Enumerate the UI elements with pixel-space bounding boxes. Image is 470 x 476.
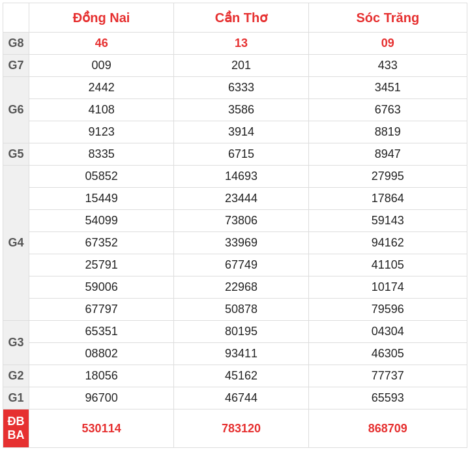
row-g4-4: 257916774941105 [3, 254, 467, 276]
lottery-results-table: Đồng Nai Cần Thơ Sóc Trăng G8461309G7009… [3, 3, 467, 448]
cell-g6-1-1: 3586 [174, 99, 308, 121]
cell-g7-2: 433 [308, 55, 467, 77]
cell-g4-1-2: 73806 [174, 210, 308, 232]
cell-g4-2-2: 59143 [308, 210, 467, 232]
row-g4-6: 677975087879596 [3, 299, 467, 321]
cell-g3-0-0: 65351 [29, 321, 174, 343]
cell-g2-1: 45162 [174, 365, 308, 387]
cell-g5-1: 6715 [174, 143, 308, 166]
label-g2: G2 [3, 365, 29, 387]
cell-g6-1-0: 6333 [174, 77, 308, 99]
cell-g4-0-4: 25791 [29, 254, 174, 276]
cell-g4-0-0: 05852 [29, 166, 174, 188]
cell-g4-0-6: 67797 [29, 299, 174, 321]
cell-g1-1: 46744 [174, 387, 308, 409]
cell-g3-2-0: 04304 [308, 321, 467, 343]
row-g4-3: 673523396994162 [3, 232, 467, 254]
cell-g6-2-1: 6763 [308, 99, 467, 121]
label-g8: G8 [3, 33, 29, 55]
cell-g4-2-4: 41105 [308, 254, 467, 276]
cell-g6-0-1: 4108 [29, 99, 174, 121]
cell-g6-2-2: 8819 [308, 121, 467, 143]
cell-g5-0: 8335 [29, 143, 174, 166]
row-g5: G5833567158947 [3, 143, 467, 166]
cell-g8-1: 13 [174, 33, 308, 55]
row-g8: G8461309 [3, 33, 467, 55]
row-g3-0: G3653518019504304 [3, 321, 467, 343]
cell-g4-2-0: 27995 [308, 166, 467, 188]
cell-g4-1-5: 22968 [174, 276, 308, 299]
cell-g3-0-1: 08802 [29, 343, 174, 365]
cell-g4-0-5: 59006 [29, 276, 174, 299]
cell-g6-0-2: 9123 [29, 121, 174, 143]
cell-g6-2-0: 3451 [308, 77, 467, 99]
cell-g4-1-3: 33969 [174, 232, 308, 254]
header-dong-nai: Đồng Nai [29, 3, 174, 33]
cell-g4-1-4: 67749 [174, 254, 308, 276]
cell-g6-0-0: 2442 [29, 77, 174, 99]
row-g1: G1967004674465593 [3, 387, 467, 409]
cell-g6-1-2: 3914 [174, 121, 308, 143]
label-special: ĐBBA [3, 409, 29, 448]
row-special: ĐBBA530114783120868709 [3, 409, 467, 448]
cell-g7-1: 201 [174, 55, 308, 77]
row-g4-5: 590062296810174 [3, 276, 467, 299]
label-header [3, 3, 29, 33]
row-g4-1: 154492344417864 [3, 188, 467, 210]
row-g6-0: G6244263333451 [3, 77, 467, 99]
row-g6-2: 912339148819 [3, 121, 467, 143]
header-soc-trang: Sóc Trăng [308, 3, 467, 33]
cell-g3-1-0: 80195 [174, 321, 308, 343]
cell-g2-2: 77737 [308, 365, 467, 387]
header-row: Đồng Nai Cần Thơ Sóc Trăng [3, 3, 467, 33]
cell-special-1: 783120 [174, 409, 308, 448]
label-g5: G5 [3, 143, 29, 166]
label-g1: G1 [3, 387, 29, 409]
cell-g4-1-0: 14693 [174, 166, 308, 188]
label-g6: G6 [3, 77, 29, 143]
cell-g5-2: 8947 [308, 143, 467, 166]
cell-g2-0: 18056 [29, 365, 174, 387]
cell-g4-2-3: 94162 [308, 232, 467, 254]
cell-g4-0-3: 67352 [29, 232, 174, 254]
cell-g4-0-1: 15449 [29, 188, 174, 210]
row-g4-0: G4058521469327995 [3, 166, 467, 188]
cell-g4-2-1: 17864 [308, 188, 467, 210]
row-g3-1: 088029341146305 [3, 343, 467, 365]
cell-g4-1-1: 23444 [174, 188, 308, 210]
cell-g3-2-1: 46305 [308, 343, 467, 365]
header-can-tho: Cần Thơ [174, 3, 308, 33]
cell-special-2: 868709 [308, 409, 467, 448]
cell-g4-1-6: 50878 [174, 299, 308, 321]
row-g6-1: 410835866763 [3, 99, 467, 121]
cell-g8-2: 09 [308, 33, 467, 55]
cell-g1-2: 65593 [308, 387, 467, 409]
row-g2: G2180564516277737 [3, 365, 467, 387]
cell-g7-0: 009 [29, 55, 174, 77]
cell-g4-2-6: 79596 [308, 299, 467, 321]
cell-g4-0-2: 54099 [29, 210, 174, 232]
row-g4-2: 540997380659143 [3, 210, 467, 232]
cell-g3-1-1: 93411 [174, 343, 308, 365]
cell-g1-0: 96700 [29, 387, 174, 409]
label-g7: G7 [3, 55, 29, 77]
cell-g4-2-5: 10174 [308, 276, 467, 299]
cell-g8-0: 46 [29, 33, 174, 55]
label-g4: G4 [3, 166, 29, 321]
label-g3: G3 [3, 321, 29, 365]
row-g7: G7009201433 [3, 55, 467, 77]
cell-special-0: 530114 [29, 409, 174, 448]
